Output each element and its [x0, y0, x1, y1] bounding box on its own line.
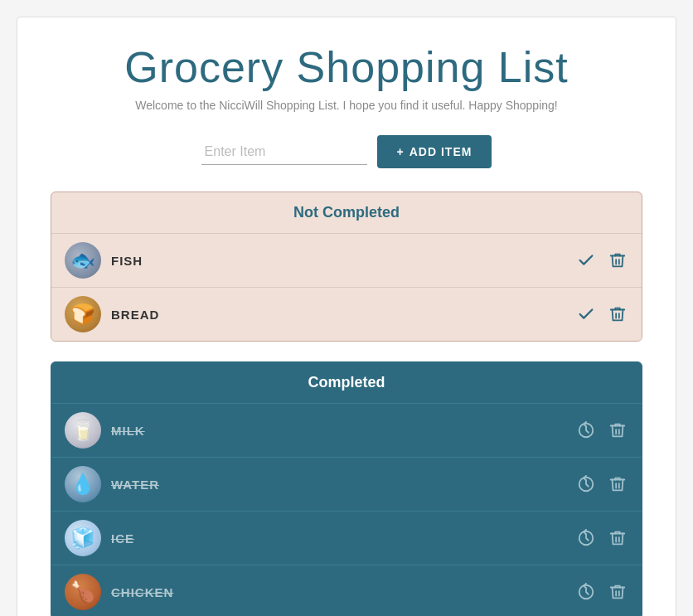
app-title: Grocery Shopping List [51, 42, 642, 92]
history-icon [577, 529, 595, 547]
food-icon: 🍞 [70, 304, 95, 324]
item-actions [575, 581, 628, 603]
app-container: Grocery Shopping List Welcome to the Nic… [17, 17, 676, 616]
item-actions [575, 250, 628, 271]
avatar: 🐟 [65, 242, 101, 279]
restore-button[interactable] [575, 527, 597, 549]
trash-icon [608, 583, 627, 601]
item-actions [575, 473, 628, 495]
list-item: 🍗 CHICKEN [51, 565, 642, 616]
trash-icon [608, 529, 627, 547]
not-completed-section: Not Completed 🐟 FISH [51, 192, 642, 342]
delete-button[interactable] [607, 527, 628, 549]
app-subtitle: Welcome to the NicciWill Shopping List. … [51, 99, 642, 112]
history-icon [577, 583, 595, 601]
add-item-button[interactable]: + ADD ITEM [377, 135, 492, 168]
avatar: 💧 [65, 466, 101, 502]
history-icon [577, 421, 595, 439]
item-name: ICE [111, 531, 565, 546]
food-icon: 🐟 [70, 250, 95, 270]
food-icon: 🍗 [70, 582, 95, 602]
list-item: 🧊 ICE [51, 511, 642, 565]
completed-section: Completed 🥛 MILK [51, 361, 642, 616]
item-name: BREAD [111, 308, 565, 322]
add-button-label: ADD ITEM [410, 145, 472, 158]
item-input[interactable] [201, 139, 367, 165]
avatar: 🧊 [65, 520, 101, 556]
item-actions [575, 303, 628, 325]
plus-icon: + [397, 145, 405, 158]
avatar: 🍗 [65, 574, 101, 610]
trash-icon [608, 251, 627, 269]
avatar: 🥛 [65, 412, 101, 449]
trash-icon [608, 475, 627, 493]
trash-icon [608, 421, 627, 439]
delete-button[interactable] [607, 420, 628, 441]
item-actions [575, 420, 628, 441]
complete-button[interactable] [575, 303, 597, 325]
input-row: + ADD ITEM [51, 135, 642, 168]
food-icon: 💧 [70, 474, 95, 494]
trash-icon [608, 305, 627, 323]
list-item: 🍞 BREAD [51, 287, 642, 341]
food-icon: 🧊 [70, 528, 95, 548]
complete-button[interactable] [575, 250, 597, 271]
item-actions [575, 527, 628, 549]
food-icon: 🥛 [70, 420, 95, 440]
item-name: FISH [111, 254, 565, 268]
item-name: CHICKEN [111, 585, 565, 599]
check-icon [577, 251, 595, 269]
list-item: 🐟 FISH [51, 233, 642, 287]
delete-button[interactable] [607, 250, 628, 271]
completed-header: Completed [51, 362, 642, 403]
delete-button[interactable] [607, 303, 628, 325]
restore-button[interactable] [575, 473, 597, 495]
item-name: MILK [111, 424, 565, 438]
delete-button[interactable] [607, 473, 628, 495]
list-item: 💧 WATER [51, 457, 642, 511]
list-item: 🥛 MILK [51, 403, 642, 457]
restore-button[interactable] [575, 420, 597, 441]
not-completed-header: Not Completed [51, 192, 642, 233]
restore-button[interactable] [575, 581, 597, 603]
check-icon [577, 305, 595, 323]
item-name: WATER [111, 478, 565, 492]
avatar: 🍞 [65, 296, 101, 332]
history-icon [577, 475, 595, 493]
delete-button[interactable] [607, 581, 628, 603]
